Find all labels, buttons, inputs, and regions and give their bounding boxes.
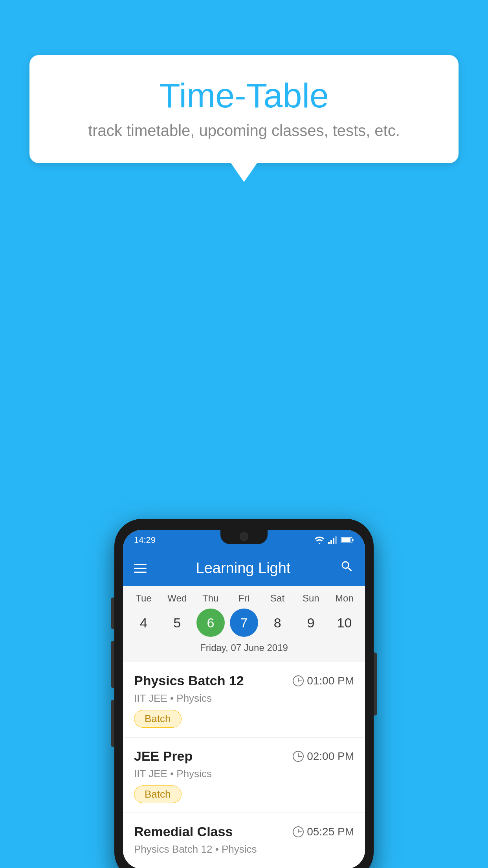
phone-mockup: 14:29 [114,519,374,868]
day-header-sat: Sat [263,593,292,604]
signal-icon [328,536,338,544]
class-item-header-1: Physics Batch 12 01:00 PM [134,673,354,688]
day-header-sun: Sun [297,593,325,604]
selected-date-label: Friday, 07 June 2019 [127,642,361,659]
class-item-header-2: JEE Prep 02:00 PM [134,748,354,764]
clock-icon-1 [293,675,304,686]
phone-shell: 14:29 [114,519,374,868]
speech-bubble: Time-Table track timetable, upcoming cla… [29,55,459,163]
svg-rect-6 [352,539,354,541]
day-9[interactable]: 9 [297,609,325,637]
svg-rect-7 [341,538,350,542]
day-header-fri: Fri [230,593,258,604]
class-name-2: JEE Prep [134,748,193,764]
day-headers: Tue Wed Thu Fri Sat Sun Mon [127,593,361,604]
phone-screen: 14:29 [123,530,365,868]
app-title: Learning Light [147,560,340,577]
calendar-strip: Tue Wed Thu Fri Sat Sun Mon 4 5 6 7 8 9 … [123,586,365,662]
status-icons [314,536,354,544]
clock-icon-3 [293,826,304,837]
day-5[interactable]: 5 [163,609,191,637]
status-time: 14:29 [134,535,156,545]
svg-rect-1 [328,542,330,544]
class-item-physics-batch-12[interactable]: Physics Batch 12 01:00 PM IIT JEE • Phys… [123,662,365,737]
svg-rect-2 [330,540,332,544]
svg-point-0 [319,543,320,544]
class-time-2: 02:00 PM [293,750,354,763]
class-subtitle-2: IIT JEE • Physics [134,768,354,780]
hamburger-menu-button[interactable] [134,564,147,573]
class-time-1: 01:00 PM [293,675,354,687]
day-10[interactable]: 10 [330,609,358,637]
class-time-text-3: 05:25 PM [307,826,354,838]
class-subtitle-3: Physics Batch 12 • Physics [134,843,354,855]
day-header-tue: Tue [130,593,158,604]
phone-button-mute [111,598,114,629]
day-6-today[interactable]: 6 [196,609,225,637]
phone-camera [240,532,248,541]
clock-icon-2 [293,751,304,762]
search-button[interactable] [340,559,354,577]
phone-notch [220,530,268,544]
batch-tag-1: Batch [134,710,182,728]
phone-button-power [374,653,377,715]
day-8[interactable]: 8 [263,609,292,637]
wifi-icon [314,536,325,544]
battery-icon [341,537,354,544]
class-item-jee-prep[interactable]: JEE Prep 02:00 PM IIT JEE • Physics Batc… [123,737,365,813]
class-subtitle-1: IIT JEE • Physics [134,692,354,704]
day-7-selected[interactable]: 7 [230,609,258,637]
class-time-text-1: 01:00 PM [307,675,354,687]
class-time-3: 05:25 PM [293,826,354,838]
bubble-subtitle: track timetable, upcoming classes, tests… [45,122,443,140]
class-item-remedial[interactable]: Remedial Class 05:25 PM Physics Batch 12… [123,813,365,868]
phone-button-volume-up [111,641,114,688]
day-header-wed: Wed [163,593,191,604]
phone-button-volume-down [111,700,114,747]
day-4[interactable]: 4 [130,609,158,637]
svg-rect-4 [335,536,337,544]
speech-bubble-container: Time-Table track timetable, upcoming cla… [29,55,459,163]
day-numbers: 4 5 6 7 8 9 10 [127,609,361,637]
class-time-text-2: 02:00 PM [307,750,354,763]
class-name-1: Physics Batch 12 [134,673,244,688]
app-bar: Learning Light [123,550,365,586]
batch-tag-2: Batch [134,785,182,803]
day-header-mon: Mon [330,593,358,604]
classes-list: Physics Batch 12 01:00 PM IIT JEE • Phys… [123,662,365,868]
day-header-thu: Thu [196,593,225,604]
bubble-title: Time-Table [45,77,443,115]
class-name-3: Remedial Class [134,824,233,839]
class-item-header-3: Remedial Class 05:25 PM [134,824,354,839]
svg-rect-3 [333,538,334,544]
